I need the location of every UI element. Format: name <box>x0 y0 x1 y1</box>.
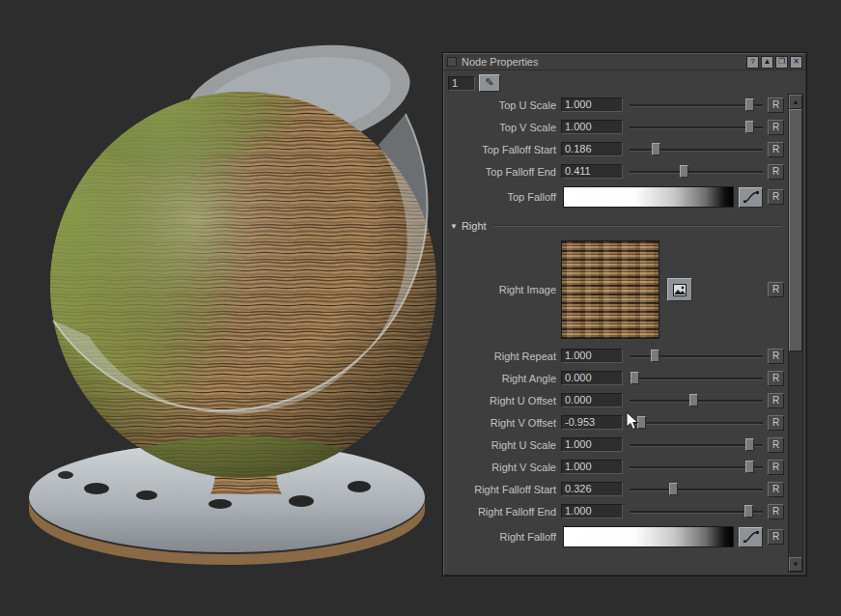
slider-handle[interactable] <box>745 461 754 473</box>
property-row: Top U Scale 1.000 R <box>448 94 786 116</box>
reset-button[interactable]: R <box>768 98 784 113</box>
value-field[interactable]: 1.000 <box>561 120 623 134</box>
panel-titlebar[interactable]: Node Properties ? ▲ ❐ ✕ <box>443 53 806 70</box>
properties-list: Top U Scale 1.000 R Top V Scale 1.000 R … <box>446 94 786 573</box>
rollup-icon[interactable]: ▲ <box>761 56 773 69</box>
slider-handle[interactable] <box>652 143 660 155</box>
slider-track <box>630 355 763 358</box>
slider[interactable] <box>630 393 763 408</box>
slider[interactable] <box>630 142 763 157</box>
slider-track <box>630 171 763 174</box>
value-field[interactable]: 1.000 <box>561 504 623 518</box>
slider[interactable] <box>630 349 763 364</box>
slider[interactable] <box>630 415 763 431</box>
slider[interactable] <box>630 120 763 135</box>
slider-track <box>630 489 763 491</box>
value-field[interactable]: 0.411 <box>561 164 623 179</box>
reset-button[interactable]: R <box>768 437 784 453</box>
reset-button[interactable]: R <box>768 142 784 157</box>
reset-button[interactable]: R <box>768 189 784 205</box>
reset-button[interactable]: R <box>768 393 784 408</box>
envelope-button[interactable] <box>739 527 763 547</box>
property-label: Top Falloff End <box>448 166 561 178</box>
value-field[interactable]: 0.000 <box>561 393 623 407</box>
slider-track <box>630 466 763 469</box>
slider-track <box>630 104 763 107</box>
scrollbar[interactable]: ▲ ▼ <box>788 94 803 573</box>
reset-button[interactable]: R <box>768 529 784 545</box>
property-row: Top Falloff End 0.411 R <box>448 160 786 182</box>
reset-button[interactable]: R <box>768 371 784 386</box>
property-row: Right Repeat 1.000 R <box>448 345 786 367</box>
property-label: Right U Scale <box>448 439 561 451</box>
reset-button[interactable]: R <box>768 460 784 475</box>
panel-grip-icon <box>447 57 457 67</box>
property-label: Right Falloff Start <box>448 484 561 495</box>
falloff-gradient-bar[interactable] <box>563 186 734 208</box>
slider[interactable] <box>630 371 763 386</box>
reset-button[interactable]: R <box>768 415 784 431</box>
image-picker-button[interactable] <box>667 278 692 301</box>
slider[interactable] <box>630 460 763 475</box>
slider-handle[interactable] <box>745 121 754 133</box>
property-label: Right Image <box>448 284 561 295</box>
slider[interactable] <box>630 482 763 497</box>
slider[interactable] <box>630 164 763 180</box>
slider[interactable] <box>630 98 763 113</box>
property-label: Top Falloff <box>448 191 561 203</box>
section-header-right[interactable]: ▼ Right <box>448 215 786 237</box>
slider-handle[interactable] <box>680 165 688 178</box>
panel-toolbar: 1 ✎ <box>443 70 806 95</box>
slider-handle[interactable] <box>745 98 754 111</box>
scrollbar-track[interactable] <box>789 109 802 557</box>
section-label: Right <box>462 220 487 232</box>
reset-button[interactable]: R <box>768 164 784 180</box>
value-field[interactable]: 1.000 <box>561 98 623 112</box>
edit-button[interactable]: ✎ <box>479 74 500 92</box>
node-index-field[interactable]: 1 <box>448 76 475 91</box>
value-field[interactable]: 0.000 <box>561 371 623 385</box>
scroll-up-button[interactable]: ▲ <box>789 95 802 109</box>
envelope-button[interactable] <box>739 187 763 208</box>
falloff-gradient-bar[interactable] <box>563 526 734 547</box>
value-field[interactable]: -0.953 <box>561 415 623 430</box>
image-thumbnail[interactable] <box>561 240 659 339</box>
slider-handle[interactable] <box>745 438 754 451</box>
reset-button[interactable]: R <box>768 349 784 364</box>
value-field[interactable]: 1.000 <box>561 437 623 452</box>
curve-icon <box>743 531 759 543</box>
application-window: Node Properties ? ▲ ❐ ✕ 1 ✎ Top U Scale … <box>0 0 841 616</box>
property-row: Right Angle 0.000 R <box>448 367 786 389</box>
reset-button[interactable]: R <box>768 282 784 297</box>
slider-handle[interactable] <box>689 394 698 406</box>
close-icon[interactable]: ✕ <box>790 56 802 69</box>
property-label: Right V Offset <box>448 417 561 429</box>
slider[interactable] <box>630 437 763 453</box>
value-field[interactable]: 0.326 <box>561 482 623 496</box>
value-field[interactable]: 1.000 <box>561 460 623 474</box>
help-icon[interactable]: ? <box>746 56 759 69</box>
slider-handle[interactable] <box>651 350 659 362</box>
minimize-icon[interactable]: ❐ <box>775 56 788 69</box>
value-field[interactable]: 1.000 <box>561 349 623 363</box>
scrollbar-thumb[interactable] <box>789 109 802 351</box>
scroll-down-button[interactable]: ▼ <box>789 557 802 572</box>
property-row: Right Falloff End 1.000 R <box>448 500 786 522</box>
slider-handle[interactable] <box>637 416 646 429</box>
property-row: Right V Scale 1.000 R <box>448 456 786 478</box>
reset-button[interactable]: R <box>768 504 784 519</box>
property-label: Right U Offset <box>448 395 561 406</box>
property-row: Right U Scale 1.000 R <box>448 434 786 456</box>
reset-button[interactable]: R <box>768 482 784 497</box>
property-row: Right V Offset -0.953 R <box>448 411 786 434</box>
value-field[interactable]: 0.186 <box>561 142 623 156</box>
slider-handle[interactable] <box>631 372 639 384</box>
property-row: Right Falloff Start 0.326 R <box>448 478 786 500</box>
reset-button[interactable]: R <box>768 120 784 135</box>
slider-track <box>630 126 763 129</box>
slider-handle[interactable] <box>744 505 753 518</box>
collapse-triangle-icon[interactable]: ▼ <box>450 222 458 231</box>
slider-handle[interactable] <box>669 483 678 495</box>
slider[interactable] <box>630 504 763 519</box>
property-label: Top U Scale <box>448 99 561 111</box>
